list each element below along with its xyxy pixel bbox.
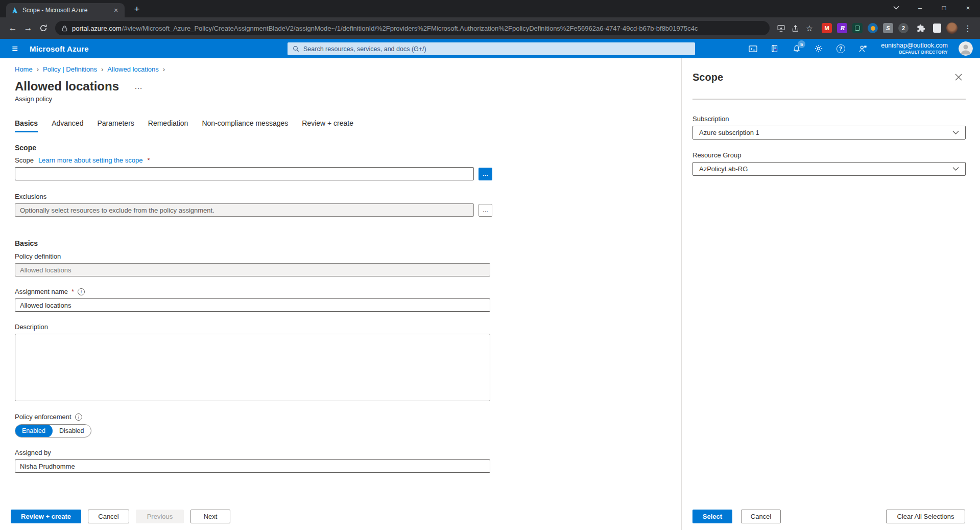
breadcrumb-policy-definitions[interactable]: Policy | Definitions	[43, 65, 97, 73]
tab-advanced[interactable]: Advanced	[52, 119, 83, 132]
clear-all-selections-button[interactable]: Clear All Selections	[886, 510, 965, 523]
scope-input[interactable]	[15, 167, 474, 180]
cancel-button[interactable]: Cancel	[88, 510, 129, 523]
tab-title: Scope - Microsoft Azure	[22, 7, 108, 14]
account-directory: DEFAULT DIRECTORY	[881, 50, 948, 55]
settings-gear-icon[interactable]	[813, 43, 824, 54]
resource-group-value: AzPolicyLab-RG	[699, 165, 748, 173]
exclusions-browse-button[interactable]: ...	[479, 204, 492, 217]
azure-brand[interactable]: Microsoft Azure	[30, 44, 89, 53]
enforcement-enabled-option[interactable]: Enabled	[15, 424, 53, 437]
review-create-button[interactable]: Review + create	[11, 510, 81, 523]
extension-mail-icon[interactable]	[822, 23, 832, 33]
url-path: /#view/Microsoft_Azure_Policy/CreateAssi…	[122, 25, 698, 32]
extension-s-icon[interactable]	[883, 23, 893, 33]
scope-panel-title: Scope	[692, 72, 723, 83]
window-controls: – □ ×	[884, 0, 980, 15]
azure-header-actions: 5 ? eunishap@outlook.com DEFAULT DIRECTO…	[747, 41, 980, 56]
back-icon[interactable]: ←	[5, 20, 20, 36]
scope-panel: Scope Subscription Azure subscription 1 …	[681, 58, 980, 530]
share-icon[interactable]	[788, 21, 802, 35]
search-placeholder: Search resources, services, and docs (G+…	[303, 45, 426, 53]
global-search-input[interactable]: Search resources, services, and docs (G+…	[288, 42, 695, 55]
breadcrumb-allowed-locations[interactable]: Allowed locations	[107, 65, 158, 73]
previous-button[interactable]: Previous	[136, 510, 184, 523]
help-icon[interactable]: ?	[835, 43, 846, 54]
directory-filter-icon[interactable]	[769, 43, 780, 54]
bookmark-star-icon[interactable]: ☆	[802, 21, 817, 35]
subscription-dropdown[interactable]: Azure subscription 1	[692, 126, 966, 140]
feedback-icon[interactable]	[857, 43, 868, 54]
required-asterisk: *	[147, 156, 150, 164]
next-button[interactable]: Next	[190, 510, 230, 523]
chevron-down-icon	[952, 167, 959, 171]
scope-field-label: Scope	[15, 156, 34, 164]
exclusions-label: Exclusions	[15, 193, 46, 200]
chevron-down-icon[interactable]	[884, 0, 908, 15]
select-button[interactable]: Select	[692, 510, 732, 523]
extensions-puzzle-icon[interactable]	[914, 21, 928, 35]
tab-close-icon[interactable]: ×	[112, 6, 120, 14]
policy-definition-input	[15, 263, 490, 276]
more-options-icon[interactable]: …	[134, 82, 143, 91]
azure-favicon	[11, 7, 18, 14]
extension-green-icon[interactable]	[852, 23, 863, 33]
scope-panel-footer: Select Cancel Clear All Selections	[692, 510, 965, 523]
extension-page-icon[interactable]	[933, 24, 941, 33]
account-info[interactable]: eunishap@outlook.com DEFAULT DIRECTORY	[881, 42, 948, 55]
scope-learn-more-link[interactable]: Learn more about setting the scope	[38, 156, 143, 164]
resource-group-dropdown[interactable]: AzPolicyLab-RG	[692, 162, 966, 176]
extensions-row	[822, 21, 958, 35]
forward-icon[interactable]: →	[20, 20, 36, 36]
breadcrumb: Home Policy | Definitions Allowed locati…	[15, 65, 681, 73]
exclusions-input[interactable]	[15, 203, 474, 217]
policy-enforcement-toggle: Enabled Disabled	[15, 424, 91, 437]
page-title: Allowed locations	[15, 79, 119, 94]
install-app-icon[interactable]	[774, 21, 788, 35]
page-subtitle: Assign policy	[15, 96, 681, 103]
policy-definition-label: Policy definition	[15, 252, 61, 260]
minimize-icon[interactable]: –	[908, 0, 932, 15]
tab-review-create[interactable]: Review + create	[302, 119, 353, 132]
assigned-by-input[interactable]	[15, 459, 490, 473]
extension-avatar-icon[interactable]	[868, 23, 878, 33]
assignment-name-label: Assignment name	[15, 288, 68, 295]
chevron-down-icon	[952, 130, 959, 135]
hamburger-menu-icon[interactable]: ≡	[0, 43, 30, 55]
browser-menu-icon[interactable]: ⋮	[961, 21, 975, 35]
tab-remediation[interactable]: Remediation	[148, 119, 188, 132]
url-host: portal.azure.com	[72, 25, 122, 32]
extension-badge2-icon[interactable]	[898, 23, 909, 33]
browser-window: Scope - Microsoft Azure × + – □ × ← → po…	[0, 0, 980, 530]
account-avatar[interactable]	[959, 41, 973, 56]
assigned-by-label: Assigned by	[15, 449, 51, 456]
search-icon	[293, 45, 299, 52]
scope-browse-button[interactable]: ...	[479, 168, 492, 180]
close-window-icon[interactable]: ×	[956, 0, 980, 15]
new-tab-button[interactable]: +	[131, 4, 143, 15]
tab-non-compliance-messages[interactable]: Non-compliance messages	[202, 119, 288, 132]
breadcrumb-home[interactable]: Home	[15, 65, 33, 73]
tab-parameters[interactable]: Parameters	[97, 119, 134, 132]
reload-icon[interactable]	[36, 20, 51, 36]
policy-enforcement-label: Policy enforcement	[15, 413, 71, 421]
enforcement-disabled-option[interactable]: Disabled	[53, 427, 91, 434]
panel-cancel-button[interactable]: Cancel	[741, 510, 781, 523]
info-icon	[75, 413, 82, 421]
browser-tab-strip: Scope - Microsoft Azure × + – □ ×	[0, 0, 980, 17]
cloud-shell-icon[interactable]	[747, 43, 758, 54]
description-textarea[interactable]	[15, 334, 490, 401]
resource-group-label: Resource Group	[692, 151, 966, 159]
url-bar[interactable]: portal.azure.com/#view/Microsoft_Azure_P…	[55, 21, 770, 35]
assignment-name-input[interactable]	[15, 298, 490, 312]
subscription-label: Subscription	[692, 115, 966, 123]
chevron-right-icon	[97, 65, 107, 73]
browser-tab[interactable]: Scope - Microsoft Azure ×	[6, 3, 125, 17]
maximize-icon[interactable]: □	[932, 0, 956, 15]
browser-profile-avatar[interactable]	[946, 22, 958, 34]
tab-basics[interactable]: Basics	[15, 119, 38, 132]
description-label: Description	[15, 323, 48, 331]
close-panel-icon[interactable]	[955, 74, 962, 83]
notifications-bell-icon[interactable]: 5	[791, 43, 802, 54]
extension-r-icon[interactable]	[837, 23, 847, 33]
